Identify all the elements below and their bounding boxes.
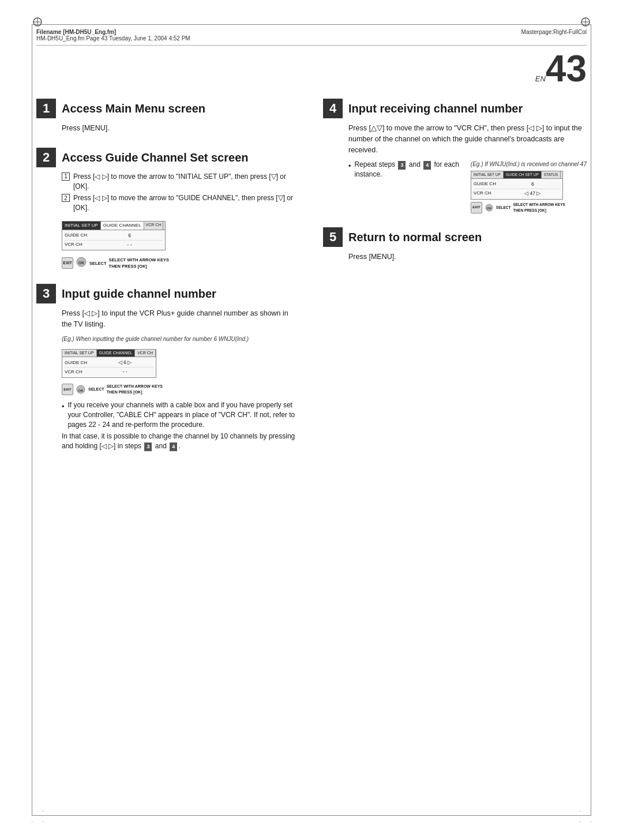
step-2-section: 2 Access Guide Channel Set screen 1 Pres… [36,148,300,271]
step4-tab-status: STATUS [542,171,561,178]
diagram2-guide-label: GUIDE CH [65,232,96,239]
bullet-icon-1: • [62,402,64,412]
step-5-title: Return to normal screen [348,230,482,244]
step-3-header: 3 Input guide channel number [36,284,300,303]
step3-tab-initial: INITIAL SET UP [62,350,97,357]
step-badge-4b: 4 [423,161,431,170]
step-4-eg-note: (Eg.) If WNJU(Ind.) is received on chann… [471,160,587,168]
tab-guide-channel: GUIDE CHANNEL [101,222,144,230]
step-badge-3b: 3 [398,161,406,170]
step-3-title: Input guide channel number [62,287,216,301]
step4-vcr-value: ◁ 47 ▷ [505,190,560,197]
step-2-body: 1 Press [◁ ▷] to move the arrow to "INIT… [62,172,300,271]
diagram2-guide-value: 6 [96,232,163,239]
exit-button-icon[interactable]: EXIT [62,257,73,269]
step4-ok-icon: OK [485,203,494,212]
step-3-body: Press [◁ ▷] to input the VCR Plus+ guide… [62,308,300,451]
step-2-number: 2 [36,148,56,167]
tab-initial-set-up: INITIAL SET UP [62,222,101,230]
step-4-text: Press [△▽] to move the arrow to "VCR CH"… [348,123,587,155]
step-2-header: 2 Access Guide Channel Set screen [36,148,300,167]
corner-mark-tr [580,16,591,29]
step-1-section: 1 Access Main Menu screen Press [MENU]. [36,99,300,134]
border-top [32,24,591,25]
step-1-text: Press [MENU]. [62,123,300,134]
right-column: 4 Input receiving channel number Press [… [323,99,587,465]
step4-exit-icon[interactable]: EXIT [471,202,482,213]
step4-instruction: SELECT WITH ARROW KEYSTHEN PRESS [OK] [513,202,565,213]
bullet-icon-4: • [348,161,351,172]
step3-ok-icon: OK [76,384,86,395]
substep-num-2: 2 [62,194,70,202]
step4-row-vcr: VCR CH ◁ 47 ▷ [474,189,560,198]
step-3-eg-note: (Eg.) When inputting the guide channel n… [62,335,300,343]
step3-row-guide: GUIDE CH ◁ 6 ▷ [65,358,153,367]
filepath-label: HM-DH5U_Eng.fm Page 43 Tuesday, June 1, … [36,35,190,42]
step-3-bullet-1: • If you receive your channels with a ca… [62,400,300,429]
and-text: and [155,442,167,450]
diagram2-tabs: INITIAL SET UP GUIDE CHANNEL VCR CH [62,222,165,230]
step4-vcr-label: VCR CH [474,190,505,197]
page-header: Filename [HM-DH5U_Eng.fm] HM-DH5U_Eng.fm… [36,29,587,46]
tab-vcr-ch-2: VCR CH [144,222,164,230]
step-5-number: 5 [323,227,343,247]
step3-vcr-value: - - [96,368,153,376]
corner-mark-bl [32,811,43,824]
step-3-remote-row: EXIT OK SELECT SELECT WITH ARROW KEYSTHE… [62,384,300,396]
step-2-remote-row: EXIT OK SELECT SELECT WITH ARROW KEYSTHE… [62,256,300,270]
step4-tab-guide: GUIDE CH SET UP [504,171,542,178]
filename-label: Filename [HM-DH5U_Eng.fm] [36,29,190,35]
step4-tab-initial: INITIAL SET UP [471,171,504,178]
step-4-main-content: • Repeat steps 3 and 4 for each instance… [348,160,465,182]
step4-row-guide: GUIDE CH 6 [474,180,560,189]
svg-point-7 [580,811,591,822]
bullet-text-2: In that case, it is possible to change t… [62,432,300,451]
corner-mark-br [580,811,591,824]
step-5-body: Press [MENU]. [348,252,587,262]
step3-vcr-label: VCR CH [65,369,96,376]
step-1-title: Access Main Menu screen [62,102,205,115]
diagram2-vcr-label: VCR CH [65,241,96,248]
diagram2-vcr-value: - - [96,241,163,249]
step-1-body: Press [MENU]. [62,123,300,134]
step-3-diagram: INITIAL SET UP GUIDE CHANNEL VCR CH GUID… [62,349,156,378]
step-4-remote-row: EXIT OK SELECT SELECT WITH ARROW KEYSTHE… [471,202,587,213]
svg-text:OK: OK [487,207,491,210]
step-1-number: 1 [36,99,56,118]
step-4-number: 4 [323,99,343,118]
header-masterpage: Masterpage:Right-FullCol [521,29,587,35]
step-5-text: Press [MENU]. [348,252,587,262]
step-3-number: 3 [36,284,56,303]
step3-guide-label: GUIDE CH [65,359,96,366]
step-badge-3: 3 [144,442,152,451]
step-2-diagram-area: INITIAL SET UP GUIDE CHANNEL VCR CH GUID… [62,217,300,271]
step3-exit-icon[interactable]: EXIT [62,384,73,395]
step-2-substep-1: 1 Press [◁ ▷] to move the arrow to "INIT… [62,172,300,192]
step-3-text: Press [◁ ▷] to input the VCR Plus+ guide… [62,308,300,330]
step3-tabs: INITIAL SET UP GUIDE CHANNEL VCR CH [62,350,156,358]
step-3-section: 3 Input guide channel number Press [◁ ▷]… [36,284,300,451]
step-2-substep-2: 2 Press [◁ ▷] to move the arrow to "GUID… [62,193,300,213]
step3-instruction: SELECT WITH ARROW KEYSTHEN PRESS [OK] [107,384,163,396]
diagram2-rows: GUIDE CH 6 VCR CH - - [62,230,165,250]
step-5-header: 5 Return to normal screen [323,227,587,247]
step-4-diagram-area: (Eg.) If WNJU(Ind.) is received on chann… [471,160,587,213]
svg-text:OK: OK [78,389,84,392]
step4-tabs: INITIAL SET UP GUIDE CH SET UP STATUS [471,171,562,179]
step-1-header: 1 Access Main Menu screen [36,99,300,118]
step-4-section: 4 Input receiving channel number Press [… [323,99,587,213]
border-right [591,24,591,816]
svg-point-6 [32,811,43,822]
step-4-body: Press [△▽] to move the arrow to "VCR CH"… [348,123,587,213]
step4-rows: GUIDE CH 6 VCR CH ◁ 47 ▷ [471,179,562,199]
substep-text-2: Press [◁ ▷] to move the arrow to "GUIDE … [73,193,300,213]
step4-guide-label: GUIDE CH [474,181,505,187]
main-content: 1 Access Main Menu screen Press [MENU]. … [36,99,587,465]
page-number: 43 [546,48,587,89]
step-badge-4: 4 [170,442,177,451]
step4-guide-value: 6 [505,181,560,188]
step3-tab-vcr: VCR CH [135,350,156,357]
step-4-diagram: INITIAL SET UP GUIDE CH SET UP STATUS GU… [471,171,563,199]
and-text-4: and [409,160,421,168]
diagram2-row-guide: GUIDE CH 6 [65,231,163,241]
